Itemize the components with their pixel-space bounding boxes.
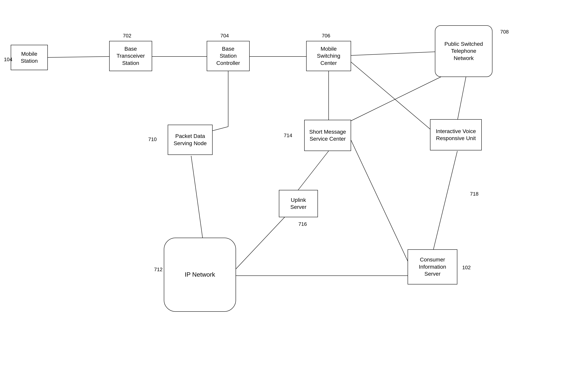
short-message-node: Short MessageService Center	[304, 120, 351, 151]
uplink-server-label: UplinkServer	[291, 196, 306, 211]
packet-data-label: Packet DataServing Node	[173, 133, 207, 147]
mobile-station-label: MobileStation	[21, 50, 38, 65]
uplink-server-node: UplinkServer	[279, 190, 318, 217]
pstn-label: Public SwitchedTelephoneNetwork	[444, 41, 483, 62]
base-station-ctrl-label: BaseStationController	[216, 45, 240, 67]
svg-line-0	[48, 57, 109, 57]
consumer-info-label: ConsumerInformationServer	[419, 256, 446, 278]
ip-network-node: IP Network	[164, 238, 236, 312]
packet-data-node: Packet DataServing Node	[168, 125, 213, 155]
svg-line-9	[351, 76, 443, 121]
ref-718: 718	[470, 191, 478, 197]
consumer-info-node: ConsumerInformationServer	[408, 249, 457, 285]
ivru-label: Interactive VoiceResponsive Unit	[436, 128, 476, 142]
mobile-switching-node: MobileSwitchingCenter	[306, 41, 351, 71]
ref-102: 102	[462, 265, 471, 271]
base-station-ctrl-node: BaseStationController	[207, 41, 250, 71]
ref-714: 714	[284, 132, 292, 138]
svg-line-3	[349, 52, 439, 56]
short-message-label: Short MessageService Center	[309, 128, 346, 143]
base-transceiver-node: BaseTransceiverStation	[109, 41, 152, 71]
ref-708: 708	[500, 29, 509, 35]
ref-710: 710	[148, 136, 156, 142]
mobile-station-node: MobileStation	[11, 45, 48, 70]
svg-line-12	[351, 140, 410, 265]
svg-line-7	[349, 60, 433, 131]
ref-104: 104	[4, 57, 12, 63]
diagram: MobileStation 104 BaseTransceiverStation…	[0, 0, 588, 391]
svg-line-11	[297, 151, 329, 191]
svg-line-8	[457, 76, 466, 121]
ivru-node: Interactive VoiceResponsive Unit	[430, 119, 482, 150]
ref-706: 706	[322, 33, 330, 39]
base-transceiver-label: BaseTransceiverStation	[117, 45, 145, 67]
ref-704: 704	[220, 33, 229, 39]
svg-line-14	[433, 151, 457, 251]
ref-702: 702	[123, 33, 131, 39]
ip-network-label: IP Network	[185, 271, 215, 279]
svg-line-10	[191, 156, 203, 240]
ref-712: 712	[154, 267, 162, 273]
ref-716: 716	[298, 221, 307, 227]
mobile-switching-label: MobileSwitchingCenter	[317, 45, 340, 67]
pstn-node: Public SwitchedTelephoneNetwork	[435, 25, 492, 77]
